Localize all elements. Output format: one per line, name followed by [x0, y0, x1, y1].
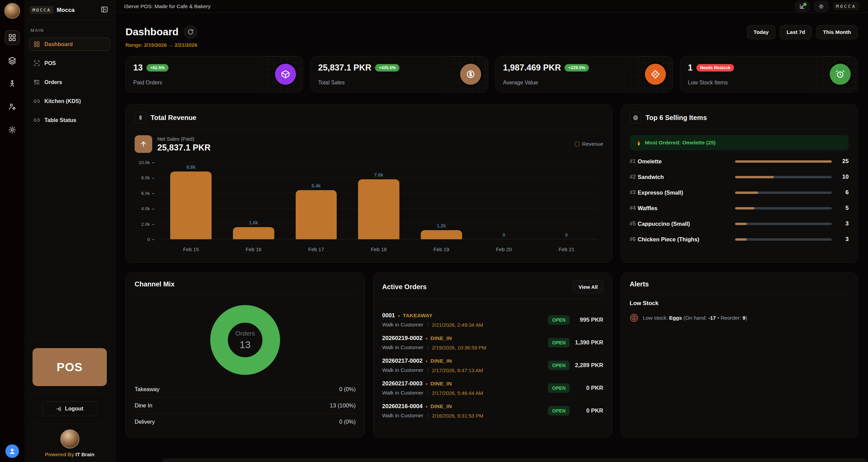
theme-toggle-button[interactable]	[814, 1, 828, 12]
collapse-sidebar-icon[interactable]	[101, 6, 110, 15]
order-status-badge: OPEN	[548, 338, 570, 347]
alert-message: Low stock: Eggs (On hand: -17 • Reorder:…	[643, 315, 747, 321]
item-rank: #4	[630, 205, 636, 211]
revenue-bar	[296, 190, 337, 239]
channel-mix-panel: Channel Mix Orders 13 Takeaway 0 (0%)	[125, 273, 365, 438]
channel-row-dine-in: Dine In 13 (100%)	[135, 397, 356, 414]
sidebar-item-dashboard[interactable]: Dashboard	[29, 38, 110, 51]
channel-value: 13 (100%)	[330, 402, 356, 409]
filter-last7d-button[interactable]: Last 7d	[780, 25, 812, 39]
order-id: 20260217-0002	[382, 358, 422, 364]
rail-staff-icon[interactable]	[5, 76, 20, 91]
rail-dashboard-icon[interactable]	[5, 30, 20, 45]
rail-users-icon[interactable]	[5, 99, 20, 114]
divider	[31, 394, 109, 394]
logout-button[interactable]: Logout	[42, 401, 98, 416]
order-row[interactable]: 20260219-0002 • DINE_IN Walk in Customer…	[382, 335, 603, 350]
order-datetime: 2/19/2026, 10:36:59 PM	[432, 345, 486, 350]
stat-value: 1	[688, 63, 693, 73]
filter-this-month-button[interactable]: This Month	[816, 25, 858, 39]
stat-card-paid-orders: 13 +62.5% Paid Orders	[125, 56, 303, 93]
total-revenue-panel: Total Revenue Net Sales (Paid) 25,837.1 …	[125, 104, 612, 263]
order-amount: 0 PKR	[574, 385, 603, 391]
view-all-button[interactable]: View All	[573, 280, 603, 293]
sidebar: MOCCA Mocca MAIN Dashboard POS Orders Ki	[24, 0, 115, 462]
order-amount: 0 PKR	[574, 407, 603, 414]
order-row[interactable]: 0001 • TAKEAWAY Walk in Customer 2/21/20…	[382, 312, 603, 328]
sidebar-item-label: Dashboard	[44, 41, 73, 47]
order-id: 20260219-0002	[382, 335, 422, 342]
revenue-plot: 8.8k1.6k6.4k7.8k1.2k00	[160, 162, 598, 239]
divider	[428, 390, 428, 396]
item-rank: #3	[630, 189, 636, 196]
top-item-row: #6 Chicken Piece (Thighs) 3	[630, 232, 849, 247]
divider	[135, 294, 356, 294]
revenue-yaxis: 02.0k4.0k6.0k8.0k10.0k	[135, 162, 154, 239]
alarm-clock-icon	[830, 64, 851, 85]
item-name: Chicken Piece (Thighs)	[638, 236, 699, 243]
sidebar-item-label: Orders	[44, 79, 62, 85]
flame-icon	[636, 140, 642, 146]
alert-info-icon	[630, 314, 638, 322]
logout-label: Logout	[65, 406, 83, 412]
sidebar-item-orders[interactable]: Orders	[29, 76, 110, 89]
revenue-chart: 02.0k4.0k6.0k8.0k10.0k 8.8k1.6k6.4k7.8k1…	[135, 158, 603, 255]
divider	[428, 322, 428, 327]
top-selling-panel: Top 6 Selling Items Most Ordered: Omelet…	[620, 104, 858, 263]
top-item-row: #1 Omelette 25	[630, 154, 849, 169]
divider	[630, 294, 849, 294]
order-type: TAKEAWAY	[403, 313, 433, 319]
stat-card-average-value: 1,987.469 PKR +229.5% Average Value	[495, 56, 673, 93]
order-row[interactable]: 20260216-0004 • DINE_IN Walk in Customer…	[382, 403, 603, 419]
channel-value: 0 (0%)	[339, 386, 356, 393]
legend-label: Revenue	[582, 141, 603, 147]
stat-badge: +435.5%	[375, 64, 399, 72]
analytics-button[interactable]	[795, 1, 809, 12]
logout-icon	[56, 406, 62, 412]
order-datetime: 2/17/2026, 6:47:13 AM	[432, 367, 483, 373]
revenue-legend-toggle[interactable]: Revenue	[575, 141, 603, 147]
item-progress	[735, 160, 832, 163]
sidebar-header: MOCCA Mocca	[24, 0, 115, 20]
pos-launch-button[interactable]: POS	[33, 348, 107, 386]
order-row[interactable]: 20260217-0003 • DINE_IN Walk in Customer…	[382, 380, 603, 396]
sidebar-item-kitchen[interactable]: Kitchen (KDS)	[29, 95, 110, 108]
sidebar-item-label: Table Status	[44, 117, 76, 123]
sidebar-item-table-status[interactable]: Table Status	[29, 114, 110, 127]
rail-layers-icon[interactable]	[5, 53, 20, 68]
panel-title: Channel Mix	[135, 280, 175, 288]
divider	[382, 299, 603, 299]
main-area: iServe POS: Made for Cafe & Bakery MOCCA…	[115, 0, 868, 462]
item-qty: 6	[832, 189, 849, 196]
divider	[630, 129, 849, 129]
item-name: Cappuccino (Small)	[638, 221, 690, 227]
dollar-icon	[135, 112, 146, 123]
panel-title: Alerts	[630, 280, 649, 288]
item-progress	[735, 238, 832, 241]
rail-settings-icon[interactable]	[5, 122, 20, 137]
filter-today-button[interactable]: Today	[747, 25, 776, 39]
refresh-button[interactable]	[184, 25, 197, 39]
revenue-bar	[233, 227, 274, 239]
item-progress	[735, 192, 832, 194]
cube-icon	[275, 64, 296, 85]
divider	[31, 340, 109, 341]
account-icon[interactable]	[5, 444, 19, 458]
alert-item-name: Eggs	[669, 315, 682, 321]
item-rank: #6	[630, 236, 636, 242]
channel-row-takeaway: Takeaway 0 (0%)	[135, 381, 356, 397]
active-orders-panel: Active Orders View All 0001 • TAKEAWAY	[373, 273, 612, 438]
donut-center-value: 13	[211, 339, 279, 350]
net-sales-label: Net Sales (Paid)	[157, 136, 211, 142]
order-row[interactable]: 20260217-0002 • DINE_IN Walk in Customer…	[382, 358, 603, 373]
brand-avatar[interactable]	[4, 3, 20, 19]
legend-checkbox[interactable]	[575, 142, 579, 146]
order-amount: 995 PKR	[574, 317, 603, 323]
topbar-brand-badge: MOCCA	[833, 2, 859, 10]
item-progress	[735, 207, 832, 209]
order-id: 0001	[382, 312, 395, 319]
item-qty: 10	[832, 174, 849, 180]
icon-rail	[0, 0, 24, 462]
diamond-percent-icon	[645, 64, 666, 85]
sidebar-item-pos[interactable]: POS	[29, 57, 110, 70]
